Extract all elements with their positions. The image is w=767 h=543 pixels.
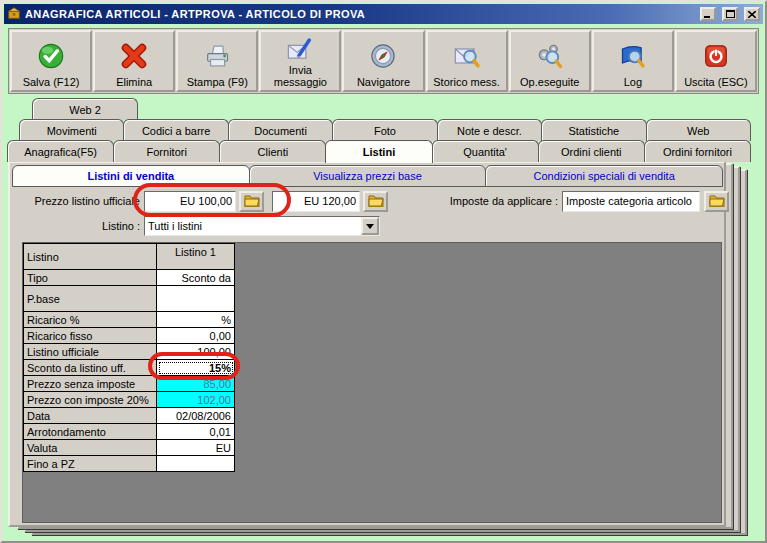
tax-lookup-button[interactable] [704, 191, 729, 212]
tab-label: Visualizza prezzi base [313, 170, 422, 182]
tab-foto[interactable]: Foto [332, 119, 437, 141]
pricelist-table: Listino Listino 1 Tipo Sconto da P.base … [23, 243, 235, 472]
table-row: Prezzo senza imposte 85,00 [24, 376, 235, 392]
table-row: Valuta EU [24, 440, 235, 456]
tab-label: Web [687, 125, 709, 137]
table-row-discount: Sconto da listino uff. 15% [24, 360, 235, 376]
tax-label: Imposte da applicare : [430, 191, 558, 212]
tab-anagrafica[interactable]: Anagrafica(F5) [7, 140, 114, 162]
table-row: Data 02/08/2006 [24, 408, 235, 424]
row-label: Data [24, 408, 157, 424]
row-value[interactable]: 85,00 [157, 376, 235, 392]
log-icon [619, 35, 647, 76]
row-value[interactable]: 0,01 [157, 424, 235, 440]
message-history-icon [453, 35, 481, 76]
navigator-button[interactable]: Navigatore [342, 30, 424, 92]
toolbar-button-label: Op.eseguite [520, 76, 579, 88]
tax-input[interactable]: Imposte categoria articolo [562, 191, 700, 212]
table-row: Listino ufficiale 100,00 [24, 344, 235, 360]
tab-documenti[interactable]: Documenti [228, 119, 333, 141]
toolbar-button-label: Salva (F12) [23, 76, 80, 88]
table-row: Ricarico % % [24, 312, 235, 328]
close-button[interactable] [744, 7, 760, 21]
price-official-lookup-button[interactable] [239, 191, 264, 212]
tab-label: Statistiche [568, 125, 619, 137]
folder-icon [368, 194, 384, 209]
message-history-button[interactable]: Storico mess. [426, 30, 508, 92]
tab-movimenti[interactable]: Movimenti [19, 119, 124, 141]
tab-codici-a-barre[interactable]: Codici a barre [123, 119, 228, 141]
print-icon [203, 35, 231, 76]
tab-visualizza-prezzi-base[interactable]: Visualizza prezzi base [249, 165, 487, 187]
toolbar-button-label: Uscita (ESC) [684, 76, 748, 88]
row-label: Ricarico fisso [24, 328, 157, 344]
row-label: Prezzo con imposte 20% [24, 392, 157, 408]
row-label: Ricarico % [24, 312, 157, 328]
row-value[interactable]: 102,00 [157, 392, 235, 408]
listini-page-panel: Listini di vendita Visualizza prezzi bas… [8, 161, 726, 527]
exit-button[interactable]: Uscita (ESC) [675, 30, 757, 92]
maximize-button[interactable] [722, 7, 738, 21]
tab-label: Fornitori [147, 146, 187, 158]
folder-icon [244, 194, 260, 209]
row-label: Listino ufficiale [24, 344, 157, 360]
row-value[interactable]: 02/08/2006 [157, 408, 235, 424]
row-value[interactable]: 100,00 [157, 344, 235, 360]
tab-label: Quantita' [463, 146, 507, 158]
tab-ordini-clienti[interactable]: Ordini clienti [538, 140, 645, 162]
pricelist-grid-area: Listino Listino 1 Tipo Sconto da P.base … [22, 242, 722, 523]
row-value[interactable] [157, 456, 235, 472]
row-value[interactable]: Sconto da [157, 270, 235, 286]
row-value[interactable]: % [157, 312, 235, 328]
discount-cell[interactable]: 15% [157, 360, 235, 376]
toolbar-button-label: Log [624, 76, 642, 88]
pricelist-dropdown[interactable]: Tutti i listini [144, 216, 380, 236]
application-window: ANAGRAFICA ARTICOLI - ARTPROVA - ARTICOL… [0, 0, 767, 543]
tab-row-middle: Movimenti Codici a barre Documenti Foto … [19, 119, 750, 141]
tab-label: Listini di vendita [87, 170, 174, 182]
row-value[interactable]: Listino 1 [157, 244, 235, 270]
titlebar[interactable]: ANAGRAFICA ARTICOLI - ARTPROVA - ARTICOL… [4, 4, 763, 24]
tab-label: Ordini clienti [561, 146, 622, 158]
tab-statistiche[interactable]: Statistiche [541, 119, 646, 141]
delete-icon [120, 35, 148, 76]
tab-listini[interactable]: Listini [325, 140, 432, 163]
tab-condizioni-speciali[interactable]: Condizioni speciali di vendita [485, 165, 723, 187]
tab-ordini-fornitori[interactable]: Ordini fornitori [644, 140, 751, 162]
dropdown-button[interactable] [361, 217, 379, 235]
tab-label: Web 2 [69, 104, 101, 116]
tab-listini-di-vendita[interactable]: Listini di vendita [12, 165, 250, 187]
tab-label: Documenti [254, 125, 307, 137]
toolbar: Salva (F12) Elimina Stampa (F9) Invia me… [8, 28, 759, 94]
row-value[interactable] [157, 286, 235, 312]
row-value[interactable]: EU [157, 440, 235, 456]
tab-note-e-descr[interactable]: Note e descr. [437, 119, 542, 141]
table-row: Arrotondamento 0,01 [24, 424, 235, 440]
tab-web[interactable]: Web [646, 119, 751, 141]
inner-tab-row: Listini di vendita Visualizza prezzi bas… [12, 165, 722, 187]
row-label: P.base [24, 286, 157, 312]
tab-label: Codici a barre [142, 125, 210, 137]
delete-button[interactable]: Elimina [93, 30, 175, 92]
print-button[interactable]: Stampa (F9) [176, 30, 258, 92]
tab-quantita[interactable]: Quantita' [432, 140, 539, 162]
price-with-tax-lookup-button[interactable] [363, 191, 388, 212]
price-official-input[interactable]: EU 100,00 [144, 191, 236, 212]
log-button[interactable]: Log [592, 30, 674, 92]
tab-row-bottom: Anagrafica(F5) Fornitori Clienti Listini… [7, 140, 750, 162]
save-button[interactable]: Salva (F12) [10, 30, 92, 92]
send-message-button[interactable]: Invia messaggio [259, 30, 341, 92]
chevron-down-icon [366, 224, 374, 229]
pricelist-label: Listino : [16, 216, 140, 237]
price-with-tax-input[interactable]: EU 120,00 [272, 191, 360, 212]
tab-label: Anagrafica(F5) [24, 146, 97, 158]
operations-button[interactable]: Op.eseguite [509, 30, 591, 92]
row-label: Valuta [24, 440, 157, 456]
exit-icon [703, 35, 729, 76]
row-value[interactable]: 0,00 [157, 328, 235, 344]
tab-web2[interactable]: Web 2 [32, 98, 138, 120]
minimize-button[interactable] [700, 7, 716, 21]
operations-icon [536, 35, 564, 76]
tab-fornitori[interactable]: Fornitori [113, 140, 220, 162]
tab-clienti[interactable]: Clienti [219, 140, 326, 162]
